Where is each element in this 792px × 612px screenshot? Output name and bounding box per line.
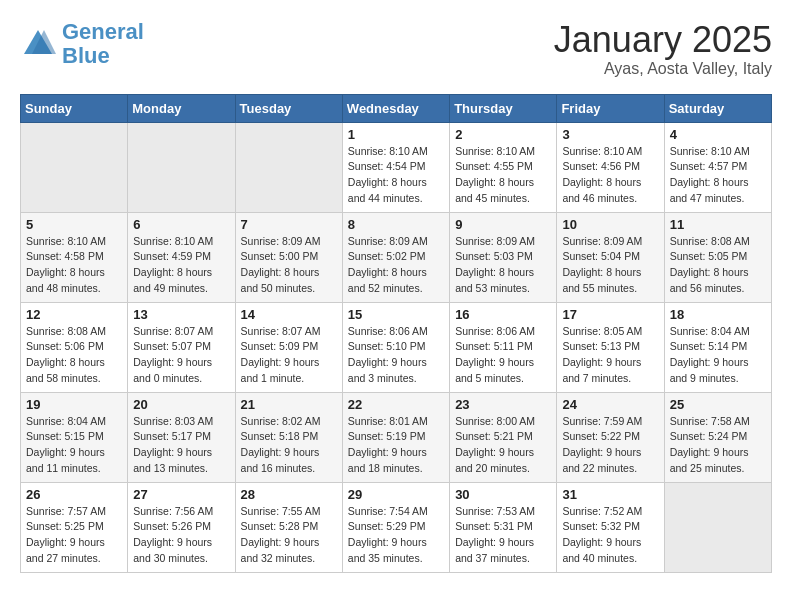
- day-info: Sunrise: 8:09 AMSunset: 5:00 PMDaylight:…: [241, 234, 337, 297]
- calendar-cell: 29Sunrise: 7:54 AMSunset: 5:29 PMDayligh…: [342, 482, 449, 572]
- day-info: Sunrise: 8:10 AMSunset: 4:55 PMDaylight:…: [455, 144, 551, 207]
- day-info: Sunrise: 8:04 AMSunset: 5:14 PMDaylight:…: [670, 324, 766, 387]
- logo-icon: [20, 26, 56, 62]
- logo-line2: Blue: [62, 43, 110, 68]
- day-info: Sunrise: 8:10 AMSunset: 4:59 PMDaylight:…: [133, 234, 229, 297]
- calendar-cell: 17Sunrise: 8:05 AMSunset: 5:13 PMDayligh…: [557, 302, 664, 392]
- day-number: 9: [455, 217, 551, 232]
- title-block: January 2025 Ayas, Aosta Valley, Italy: [554, 20, 772, 78]
- day-number: 16: [455, 307, 551, 322]
- calendar-title: January 2025: [554, 20, 772, 60]
- header-cell-wednesday: Wednesday: [342, 94, 449, 122]
- day-info: Sunrise: 8:08 AMSunset: 5:05 PMDaylight:…: [670, 234, 766, 297]
- calendar-cell: [128, 122, 235, 212]
- day-number: 13: [133, 307, 229, 322]
- day-number: 8: [348, 217, 444, 232]
- day-info: Sunrise: 8:09 AMSunset: 5:03 PMDaylight:…: [455, 234, 551, 297]
- day-info: Sunrise: 7:54 AMSunset: 5:29 PMDaylight:…: [348, 504, 444, 567]
- calendar-cell: 3Sunrise: 8:10 AMSunset: 4:56 PMDaylight…: [557, 122, 664, 212]
- day-number: 14: [241, 307, 337, 322]
- calendar-week-4: 26Sunrise: 7:57 AMSunset: 5:25 PMDayligh…: [21, 482, 772, 572]
- day-info: Sunrise: 7:58 AMSunset: 5:24 PMDaylight:…: [670, 414, 766, 477]
- calendar-cell: 8Sunrise: 8:09 AMSunset: 5:02 PMDaylight…: [342, 212, 449, 302]
- calendar-cell: 18Sunrise: 8:04 AMSunset: 5:14 PMDayligh…: [664, 302, 771, 392]
- day-info: Sunrise: 8:10 AMSunset: 4:56 PMDaylight:…: [562, 144, 658, 207]
- calendar-cell: 13Sunrise: 8:07 AMSunset: 5:07 PMDayligh…: [128, 302, 235, 392]
- calendar-cell: 7Sunrise: 8:09 AMSunset: 5:00 PMDaylight…: [235, 212, 342, 302]
- day-number: 18: [670, 307, 766, 322]
- calendar-body: 1Sunrise: 8:10 AMSunset: 4:54 PMDaylight…: [21, 122, 772, 572]
- calendar-table: SundayMondayTuesdayWednesdayThursdayFrid…: [20, 94, 772, 573]
- day-info: Sunrise: 8:05 AMSunset: 5:13 PMDaylight:…: [562, 324, 658, 387]
- day-info: Sunrise: 7:53 AMSunset: 5:31 PMDaylight:…: [455, 504, 551, 567]
- day-info: Sunrise: 8:10 AMSunset: 4:58 PMDaylight:…: [26, 234, 122, 297]
- calendar-week-3: 19Sunrise: 8:04 AMSunset: 5:15 PMDayligh…: [21, 392, 772, 482]
- calendar-cell: 22Sunrise: 8:01 AMSunset: 5:19 PMDayligh…: [342, 392, 449, 482]
- header-cell-thursday: Thursday: [450, 94, 557, 122]
- header-cell-tuesday: Tuesday: [235, 94, 342, 122]
- calendar-cell: 2Sunrise: 8:10 AMSunset: 4:55 PMDaylight…: [450, 122, 557, 212]
- day-number: 15: [348, 307, 444, 322]
- day-number: 19: [26, 397, 122, 412]
- calendar-cell: 16Sunrise: 8:06 AMSunset: 5:11 PMDayligh…: [450, 302, 557, 392]
- calendar-cell: 9Sunrise: 8:09 AMSunset: 5:03 PMDaylight…: [450, 212, 557, 302]
- day-info: Sunrise: 8:07 AMSunset: 5:09 PMDaylight:…: [241, 324, 337, 387]
- calendar-cell: 21Sunrise: 8:02 AMSunset: 5:18 PMDayligh…: [235, 392, 342, 482]
- calendar-cell: [21, 122, 128, 212]
- day-info: Sunrise: 7:56 AMSunset: 5:26 PMDaylight:…: [133, 504, 229, 567]
- calendar-cell: [664, 482, 771, 572]
- day-info: Sunrise: 8:04 AMSunset: 5:15 PMDaylight:…: [26, 414, 122, 477]
- header-cell-saturday: Saturday: [664, 94, 771, 122]
- calendar-week-0: 1Sunrise: 8:10 AMSunset: 4:54 PMDaylight…: [21, 122, 772, 212]
- day-number: 2: [455, 127, 551, 142]
- page-header: General Blue January 2025 Ayas, Aosta Va…: [20, 20, 772, 78]
- day-number: 12: [26, 307, 122, 322]
- day-number: 10: [562, 217, 658, 232]
- day-number: 7: [241, 217, 337, 232]
- calendar-week-2: 12Sunrise: 8:08 AMSunset: 5:06 PMDayligh…: [21, 302, 772, 392]
- calendar-cell: 30Sunrise: 7:53 AMSunset: 5:31 PMDayligh…: [450, 482, 557, 572]
- day-number: 29: [348, 487, 444, 502]
- calendar-header: SundayMondayTuesdayWednesdayThursdayFrid…: [21, 94, 772, 122]
- logo-text: General Blue: [62, 20, 144, 68]
- calendar-cell: 23Sunrise: 8:00 AMSunset: 5:21 PMDayligh…: [450, 392, 557, 482]
- day-number: 4: [670, 127, 766, 142]
- calendar-cell: 28Sunrise: 7:55 AMSunset: 5:28 PMDayligh…: [235, 482, 342, 572]
- calendar-cell: 24Sunrise: 7:59 AMSunset: 5:22 PMDayligh…: [557, 392, 664, 482]
- logo-line1: General: [62, 19, 144, 44]
- day-info: Sunrise: 8:00 AMSunset: 5:21 PMDaylight:…: [455, 414, 551, 477]
- calendar-week-1: 5Sunrise: 8:10 AMSunset: 4:58 PMDaylight…: [21, 212, 772, 302]
- calendar-subtitle: Ayas, Aosta Valley, Italy: [554, 60, 772, 78]
- day-number: 20: [133, 397, 229, 412]
- day-info: Sunrise: 7:52 AMSunset: 5:32 PMDaylight:…: [562, 504, 658, 567]
- day-number: 23: [455, 397, 551, 412]
- calendar-cell: 20Sunrise: 8:03 AMSunset: 5:17 PMDayligh…: [128, 392, 235, 482]
- day-info: Sunrise: 7:57 AMSunset: 5:25 PMDaylight:…: [26, 504, 122, 567]
- calendar-cell: 12Sunrise: 8:08 AMSunset: 5:06 PMDayligh…: [21, 302, 128, 392]
- day-number: 30: [455, 487, 551, 502]
- calendar-cell: 5Sunrise: 8:10 AMSunset: 4:58 PMDaylight…: [21, 212, 128, 302]
- day-number: 3: [562, 127, 658, 142]
- calendar-cell: 15Sunrise: 8:06 AMSunset: 5:10 PMDayligh…: [342, 302, 449, 392]
- day-info: Sunrise: 8:06 AMSunset: 5:11 PMDaylight:…: [455, 324, 551, 387]
- day-info: Sunrise: 8:08 AMSunset: 5:06 PMDaylight:…: [26, 324, 122, 387]
- calendar-cell: 14Sunrise: 8:07 AMSunset: 5:09 PMDayligh…: [235, 302, 342, 392]
- day-info: Sunrise: 7:59 AMSunset: 5:22 PMDaylight:…: [562, 414, 658, 477]
- calendar-cell: 26Sunrise: 7:57 AMSunset: 5:25 PMDayligh…: [21, 482, 128, 572]
- header-cell-monday: Monday: [128, 94, 235, 122]
- calendar-cell: 31Sunrise: 7:52 AMSunset: 5:32 PMDayligh…: [557, 482, 664, 572]
- day-number: 26: [26, 487, 122, 502]
- day-number: 1: [348, 127, 444, 142]
- day-info: Sunrise: 8:06 AMSunset: 5:10 PMDaylight:…: [348, 324, 444, 387]
- calendar-cell: 11Sunrise: 8:08 AMSunset: 5:05 PMDayligh…: [664, 212, 771, 302]
- day-number: 27: [133, 487, 229, 502]
- calendar-cell: 25Sunrise: 7:58 AMSunset: 5:24 PMDayligh…: [664, 392, 771, 482]
- day-info: Sunrise: 8:10 AMSunset: 4:57 PMDaylight:…: [670, 144, 766, 207]
- day-number: 6: [133, 217, 229, 232]
- day-number: 21: [241, 397, 337, 412]
- day-info: Sunrise: 8:09 AMSunset: 5:04 PMDaylight:…: [562, 234, 658, 297]
- day-info: Sunrise: 8:09 AMSunset: 5:02 PMDaylight:…: [348, 234, 444, 297]
- calendar-cell: 1Sunrise: 8:10 AMSunset: 4:54 PMDaylight…: [342, 122, 449, 212]
- day-number: 25: [670, 397, 766, 412]
- day-info: Sunrise: 8:07 AMSunset: 5:07 PMDaylight:…: [133, 324, 229, 387]
